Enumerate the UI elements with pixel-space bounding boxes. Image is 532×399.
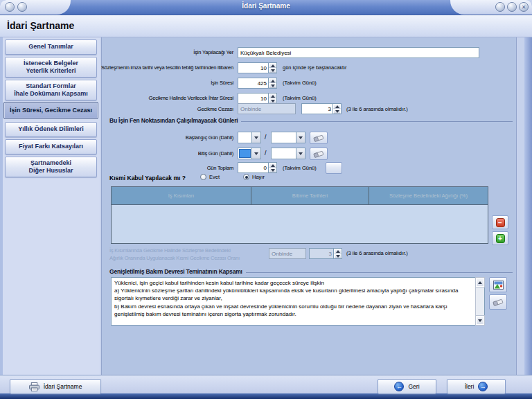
column-header-agirlik: Sözleşme Bedelindeki Ağırlığı (%) — [369, 187, 488, 204]
page-header: İdari Şartname — [0, 15, 532, 37]
sidebar-item-label: Şartnamedeki Diğer Hususlar — [28, 159, 73, 175]
workdays-section-label: Bu İşin Fen Noktasından Çalışılmayacak G… — [109, 117, 238, 124]
date-separator: / — [265, 150, 267, 157]
end-day-combo[interactable] — [238, 148, 261, 159]
spin-up-icon[interactable] — [333, 104, 341, 109]
window-title: İdari Şartname — [0, 2, 532, 10]
yer-label: İşin Yapılacağı Yer — [193, 49, 233, 55]
ceza-unit-field: Onbinde — [238, 103, 296, 114]
spinner-buttons[interactable] — [332, 104, 341, 114]
spin-down-icon — [334, 254, 342, 258]
window-left-edge — [0, 37, 3, 375]
close-button[interactable]: ✕ — [519, 2, 529, 12]
ceza-spinner[interactable]: 3 — [301, 103, 342, 114]
sidebar-item-istenecek-belgeler[interactable]: İstenecek Belgeler Yeterlik Kriterleri — [5, 57, 97, 78]
start-day-label: Başlangıç Gün (Dahil) — [186, 134, 233, 141]
sidebar-item-label: Standart Formlar İhale Dokümanı Kapsamı — [14, 82, 88, 98]
spinner-buttons[interactable] — [268, 63, 276, 73]
partial-penalty-suffix: (3 ile 6 arasında olmalıdır.) — [346, 250, 408, 256]
sidebar-item-label: Yıllık Ödenek Dilimleri — [18, 125, 84, 133]
content-right-gutter — [517, 37, 524, 375]
sure-spinner[interactable]: 425 — [238, 78, 277, 89]
start-month-combo[interactable] — [271, 132, 305, 143]
back-button[interactable]: ← Geri — [378, 379, 436, 394]
remove-row-button[interactable]: − — [492, 215, 508, 229]
chevron-down-icon[interactable] — [296, 132, 305, 143]
yer-input[interactable]: Küçükyalı Belediyesi — [238, 47, 479, 58]
title-bar[interactable]: İdari Şartname ✕ — [0, 0, 532, 15]
spin-down-icon[interactable] — [269, 68, 276, 73]
sidebar-item-standart-formlar[interactable]: Standart Formlar İhale Dokümanı Kapsamı — [5, 80, 97, 100]
spin-down-icon[interactable] — [269, 98, 276, 103]
insert-template-button[interactable] — [489, 277, 507, 292]
back-arrow-icon: ← — [394, 382, 404, 391]
radio-evet[interactable]: Evet — [200, 174, 220, 180]
total-days-spinner[interactable]: 0 — [238, 162, 277, 173]
table-header-row: İş Kısımları Bitirme Tarihleri Sözleşme … — [112, 187, 488, 204]
spinner-buttons[interactable] — [268, 163, 276, 172]
window-right-edge — [524, 15, 532, 393]
spin-up-icon[interactable] — [269, 163, 276, 168]
sidebar-item-isin-suresi[interactable]: İşin Süresi, Gecikme Cezası — [3, 102, 98, 119]
partial-question: Kısmi Kabul Yapılacak mı ? — [109, 175, 186, 181]
spin-up-icon[interactable] — [269, 78, 276, 83]
minimize-button[interactable] — [495, 2, 505, 12]
spinner-buttons[interactable] — [268, 78, 276, 88]
spin-up-icon[interactable] — [269, 94, 276, 98]
column-header-is-kisimlari: İş Kısımları — [112, 187, 251, 204]
eraser-icon — [493, 299, 504, 306]
maximize-button[interactable] — [507, 2, 517, 12]
add-row-button[interactable]: + — [492, 231, 508, 245]
next-arrow-icon: → — [478, 382, 488, 391]
sidebar-item-fiyat-farki[interactable]: Fiyat Farkı Katsayıları — [5, 139, 97, 154]
table-body-empty[interactable] — [112, 204, 488, 243]
chevron-down-icon[interactable] — [296, 148, 305, 159]
end-month-combo[interactable] — [271, 148, 305, 159]
imza-suffix: gün içinde işe başlanacaktır — [283, 64, 347, 71]
partial-penalty-label: İş Kısımlarında Gecikme Halinde Sözleşme… — [109, 247, 276, 262]
scroll-down-icon[interactable] — [476, 316, 484, 325]
partial-acceptance-table[interactable]: İş Kısımları Bitirme Tarihleri Sözleşme … — [111, 186, 488, 244]
total-days-action-button[interactable] — [326, 162, 342, 174]
print-idari-sartname-button[interactable]: İdari Şartname — [10, 379, 101, 394]
spin-up-icon[interactable] — [269, 63, 276, 68]
radio-icon — [243, 174, 249, 180]
spin-down-icon[interactable] — [333, 109, 341, 114]
sidebar-item-label: Fiyat Farkı Katsayıları — [19, 143, 83, 150]
imza-spinner[interactable]: 10 — [238, 62, 277, 73]
sidebar-item-yillik-odenek[interactable]: Yıllık Ödenek Dilimleri — [5, 122, 97, 137]
chevron-down-icon[interactable] — [251, 148, 260, 159]
window-bottom-edge — [0, 393, 532, 399]
imza-value: 10 — [238, 65, 268, 71]
radio-label: Evet — [209, 174, 220, 180]
maintenance-textarea[interactable]: Yüklenici, işin geçici kabul tarihinden … — [111, 277, 485, 326]
eraser-icon — [313, 150, 324, 158]
maintenance-text[interactable]: Yüklenici, işin geçici kabul tarihinden … — [112, 278, 475, 325]
sidebar-item-label: İstenecek Belgeler Yeterlik Kriterleri — [24, 60, 78, 76]
print-button-label: İdari Şartname — [44, 383, 82, 390]
next-button[interactable]: İleri → — [447, 379, 506, 394]
partial-penalty-unit-field: Onbinde — [269, 248, 306, 259]
combo-field — [272, 148, 296, 159]
textarea-scrollbar[interactable] — [475, 278, 484, 325]
ihtar-spinner[interactable]: 10 — [238, 93, 277, 104]
ceza-label: Gecikme Cezası — [197, 106, 233, 112]
chevron-down-icon[interactable] — [251, 132, 260, 143]
maintenance-clear-button[interactable] — [489, 294, 507, 310]
sure-label: İşin Süresi — [211, 80, 233, 86]
start-clear-button[interactable] — [310, 132, 328, 144]
maintenance-section-title: Genişletilmiş Bakım Devresi Teminatının … — [109, 268, 513, 275]
sidebar-item-genel-tanimlar[interactable]: Genel Tanımlar — [5, 39, 97, 55]
sidebar-item-sartnamedeki-diger[interactable]: Şartnamedeki Diğer Hususlar — [5, 157, 97, 177]
radio-icon — [200, 174, 206, 180]
scroll-up-icon[interactable] — [476, 278, 484, 287]
column-header-bitirme-tarihleri: Bitirme Tarihleri — [251, 187, 369, 204]
start-day-combo[interactable] — [238, 132, 261, 143]
spinner-buttons[interactable] — [268, 94, 276, 103]
spin-down-icon[interactable] — [269, 83, 276, 88]
end-clear-button[interactable] — [310, 148, 328, 160]
radio-hayir[interactable]: Hayır — [243, 174, 265, 180]
combo-field-selected — [239, 149, 251, 158]
ihtar-suffix: (Takvim Günü) — [283, 95, 317, 101]
spin-down-icon[interactable] — [269, 168, 276, 172]
